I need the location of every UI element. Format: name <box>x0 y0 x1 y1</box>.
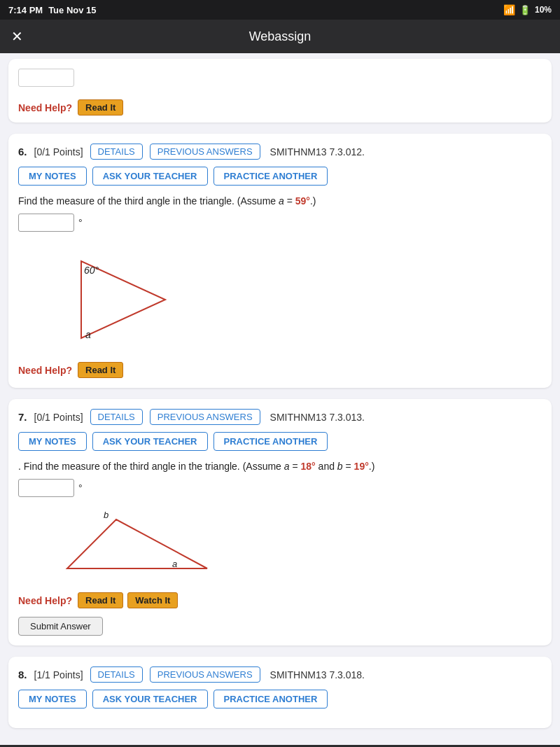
date: Tue Nov 15 <box>48 5 96 15</box>
q8-header: 8. [1/1 Points] DETAILS PREVIOUS ANSWERS… <box>18 666 542 683</box>
q7-ask-teacher-button[interactable]: ASK YOUR TEACHER <box>92 432 208 451</box>
q6-points: [0/1 Points] <box>34 146 83 158</box>
q7-watch-it-button[interactable]: Watch It <box>127 592 178 608</box>
q8-practice-another-button[interactable]: PRACTICE ANOTHER <box>214 690 328 708</box>
q8-my-notes-button[interactable]: MY NOTES <box>18 690 87 708</box>
q7-submit-button[interactable]: Submit Answer <box>18 617 103 636</box>
q7-action-btns: MY NOTES ASK YOUR TEACHER PRACTICE ANOTH… <box>18 432 542 451</box>
q6-id: SMITHNM13 7.3.012. <box>270 146 365 158</box>
q6-previous-answers-button[interactable]: PREVIOUS ANSWERS <box>150 144 260 160</box>
q7-points: [0/1 Points] <box>34 412 83 423</box>
main-content: Need Help? Read It 6. [0/1 Points] DETAI… <box>0 53 560 745</box>
q8-details-button[interactable]: DETAILS <box>90 666 143 683</box>
q7-help-row: Need Help? Read It Watch It <box>18 592 542 608</box>
q7-val-a: 18° <box>301 461 316 472</box>
q6-action-btns: MY NOTES ASK YOUR TEACHER PRACTICE ANOTH… <box>18 167 542 186</box>
q7-id: SMITHNM13 7.3.013. <box>270 412 365 423</box>
q7-header: 7. [0/1 Points] DETAILS PREVIOUS ANSWERS… <box>18 409 542 425</box>
svg-marker-3 <box>67 519 207 568</box>
top-help-row: Need Help? Read It <box>18 99 542 116</box>
q7-question-text: . Find the measure of the third angle in… <box>18 461 542 472</box>
nav-title: Webassign <box>249 29 312 44</box>
battery-icon: 🔋 <box>519 5 531 15</box>
status-left: 7:14 PM Tue Nov 15 <box>8 5 97 15</box>
q6-help-row: Need Help? Read It <box>18 362 542 378</box>
q7-my-notes-button[interactable]: MY NOTES <box>18 432 87 451</box>
q6-diagram: 60° a <box>60 240 542 355</box>
q6-details-button[interactable]: DETAILS <box>90 144 143 160</box>
q6-var: a <box>279 195 284 207</box>
q6-practice-another-button[interactable]: PRACTICE ANOTHER <box>214 167 328 186</box>
status-bar: 7:14 PM Tue Nov 15 📶 🔋 10% <box>0 0 560 20</box>
q6-val: 59° <box>295 195 310 207</box>
q7-var-b: b <box>337 461 343 472</box>
svg-text:b: b <box>104 510 108 520</box>
top-read-it-button[interactable]: Read It <box>78 99 123 116</box>
q7-details-button[interactable]: DETAILS <box>90 409 143 425</box>
q7-previous-answers-button[interactable]: PREVIOUS ANSWERS <box>150 409 260 425</box>
q6-answer-input[interactable] <box>18 214 74 232</box>
q6-need-help: Need Help? <box>18 365 72 376</box>
q6-my-notes-button[interactable]: MY NOTES <box>18 167 87 186</box>
q7-val-b: 19° <box>354 461 369 472</box>
top-need-help: Need Help? <box>18 102 72 113</box>
q7-degree: ° <box>78 482 83 494</box>
q7-diagram: b a <box>60 505 542 585</box>
q7-answer-row: ° <box>18 479 542 497</box>
q6-answer-row: ° <box>18 214 542 232</box>
q7-submit-row: Submit Answer <box>18 617 542 636</box>
q6-ask-teacher-button[interactable]: ASK YOUR TEACHER <box>92 167 208 186</box>
close-button[interactable]: ✕ <box>11 28 23 45</box>
q8-points: [1/1 Points] <box>34 669 83 680</box>
q6-read-it-button[interactable]: Read It <box>78 362 123 378</box>
battery-level: 10% <box>535 5 552 15</box>
status-right: 📶 🔋 10% <box>503 4 552 15</box>
q8-id: SMITHNM13 7.3.018. <box>270 669 365 680</box>
q7-practice-another-button[interactable]: PRACTICE ANOTHER <box>214 432 328 451</box>
q7-var-a: a <box>284 461 290 472</box>
question-6-card: 6. [0/1 Points] DETAILS PREVIOUS ANSWERS… <box>8 134 552 388</box>
question-7-card: 7. [0/1 Points] DETAILS PREVIOUS ANSWERS… <box>8 399 552 645</box>
q8-action-btns: MY NOTES ASK YOUR TEACHER PRACTICE ANOTH… <box>18 690 542 708</box>
wifi-icon: 📶 <box>503 4 515 15</box>
top-card: Need Help? Read It <box>8 59 552 123</box>
q7-answer-input[interactable] <box>18 479 74 497</box>
time: 7:14 PM <box>8 5 43 15</box>
question-8-card: 8. [1/1 Points] DETAILS PREVIOUS ANSWERS… <box>8 657 552 728</box>
q8-previous-answers-button[interactable]: PREVIOUS ANSWERS <box>150 666 260 683</box>
q6-header: 6. [0/1 Points] DETAILS PREVIOUS ANSWERS… <box>18 144 542 160</box>
svg-text:a: a <box>85 329 91 340</box>
q7-read-it-button[interactable]: Read It <box>78 592 123 608</box>
q6-number: 6. <box>18 146 27 158</box>
q8-number: 8. <box>18 669 27 680</box>
svg-text:60°: 60° <box>84 265 99 276</box>
q8-ask-teacher-button[interactable]: ASK YOUR TEACHER <box>92 690 208 708</box>
nav-bar: ✕ Webassign <box>0 20 560 53</box>
q6-question-text: Find the measure of the third angle in t… <box>18 195 542 207</box>
q7-need-help: Need Help? <box>18 595 72 606</box>
q7-number: 7. <box>18 411 27 423</box>
svg-text:a: a <box>172 559 177 569</box>
q6-degree: ° <box>78 217 83 228</box>
